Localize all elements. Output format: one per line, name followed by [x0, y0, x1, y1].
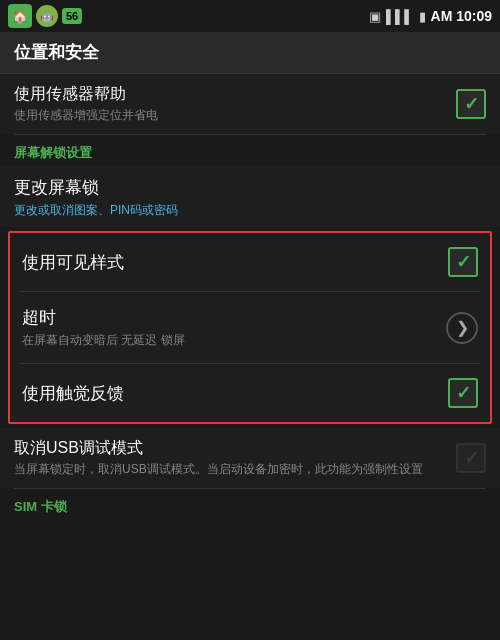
timeout-subtitle: 在屏幕自动变暗后 无延迟 锁屏	[22, 332, 446, 349]
visible-style-title: 使用可见样式	[22, 251, 448, 274]
signal-icon: ▌▌▌	[386, 9, 414, 24]
sensor-subtitle: 使用传感器增强定位并省电	[14, 107, 456, 124]
screen-lock-label: 屏幕解锁设置	[14, 145, 92, 160]
highlighted-section: 使用可见样式 ✓ 超时 在屏幕自动变暗后 无延迟 锁屏 ❯ 使用触觉反馈 ✓	[8, 231, 492, 424]
haptic-feedback-item[interactable]: 使用触觉反馈 ✓	[10, 364, 490, 422]
timeout-text: 超时 在屏幕自动变暗后 无延迟 锁屏	[22, 306, 446, 349]
sim-lock-label: SIM 卡锁	[14, 499, 67, 514]
sensor-setting-item[interactable]: 使用传感器帮助 使用传感器增强定位并省电 ✓	[0, 74, 500, 134]
screen-lock-header: 屏幕解锁设置	[0, 135, 500, 166]
usb-debug-text: 取消USB调试模式 当屏幕锁定时，取消USB调试模式。当启动设备加密时，此功能为…	[14, 438, 456, 478]
haptic-feedback-text: 使用触觉反馈	[22, 382, 448, 405]
visible-style-item[interactable]: 使用可见样式 ✓	[10, 233, 490, 291]
usb-debug-subtitle: 当屏幕锁定时，取消USB调试模式。当启动设备加密时，此功能为强制性设置	[14, 461, 456, 478]
haptic-feedback-checkbox[interactable]: ✓	[448, 378, 478, 408]
visible-style-checkbox[interactable]: ✓	[448, 247, 478, 277]
status-bar-left: 🏠 🤖 56	[8, 4, 82, 28]
visible-style-text: 使用可见样式	[22, 251, 448, 274]
status-bar: 🏠 🤖 56 ▣ ▌▌▌ ▮ AM 10:09	[0, 0, 500, 32]
sensor-checkmark: ✓	[464, 93, 479, 115]
change-lock-subtitle: 更改或取消图案、PIN码或密码	[14, 202, 486, 219]
time-display: AM 10:09	[431, 8, 492, 24]
change-lock-item[interactable]: 更改屏幕锁 更改或取消图案、PIN码或密码	[0, 166, 500, 227]
timeout-arrow-icon: ❯	[456, 318, 469, 337]
battery-badge: 56	[62, 8, 82, 24]
android-icon: 🤖	[36, 5, 58, 27]
usb-debug-title: 取消USB调试模式	[14, 438, 456, 459]
usb-debug-item[interactable]: 取消USB调试模式 当屏幕锁定时，取消USB调试模式。当启动设备加密时，此功能为…	[0, 428, 500, 488]
home-icon: 🏠	[8, 4, 32, 28]
haptic-feedback-checkmark: ✓	[456, 382, 471, 404]
sensor-title: 使用传感器帮助	[14, 84, 456, 105]
usb-debug-checkbox[interactable]: ✓	[456, 443, 486, 473]
haptic-feedback-title: 使用触觉反馈	[22, 382, 448, 405]
battery-icon: ▮	[419, 9, 426, 24]
visible-style-checkmark: ✓	[456, 251, 471, 273]
usb-debug-checkmark: ✓	[464, 447, 479, 469]
sim-lock-header: SIM 卡锁	[0, 489, 500, 520]
sensor-checkbox[interactable]: ✓	[456, 89, 486, 119]
status-bar-right: ▣ ▌▌▌ ▮ AM 10:09	[369, 8, 492, 24]
sensor-setting-text: 使用传感器帮助 使用传感器增强定位并省电	[14, 84, 456, 124]
page-title: 位置和安全	[14, 41, 99, 64]
timeout-title: 超时	[22, 306, 446, 329]
sim-icon: ▣	[369, 9, 381, 24]
title-bar: 位置和安全	[0, 32, 500, 74]
change-lock-title: 更改屏幕锁	[14, 176, 486, 199]
timeout-item[interactable]: 超时 在屏幕自动变暗后 无延迟 锁屏 ❯	[10, 292, 490, 363]
timeout-arrow[interactable]: ❯	[446, 312, 478, 344]
